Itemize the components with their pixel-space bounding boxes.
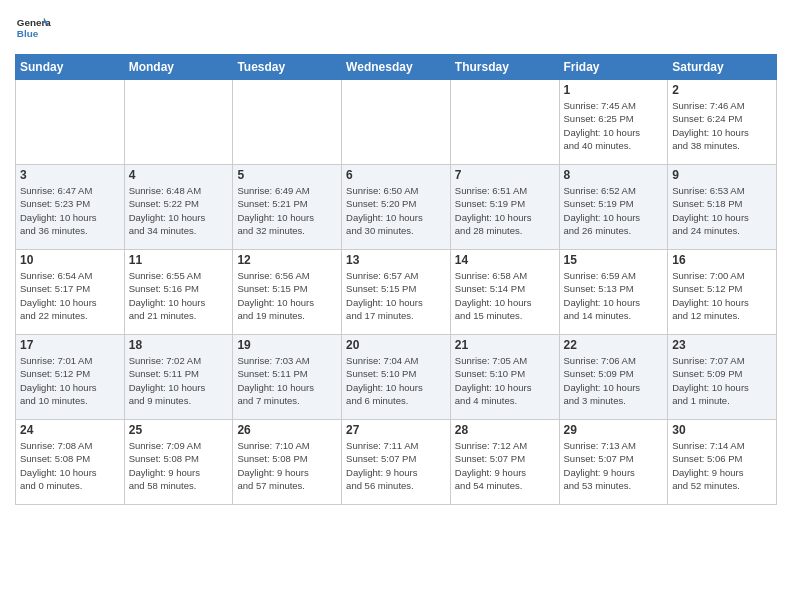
day-number: 11 (129, 253, 229, 267)
day-number: 4 (129, 168, 229, 182)
day-info: Sunrise: 7:04 AM Sunset: 5:10 PM Dayligh… (346, 354, 446, 407)
day-number: 24 (20, 423, 120, 437)
calendar-table: SundayMondayTuesdayWednesdayThursdayFrid… (15, 54, 777, 505)
calendar-cell: 5Sunrise: 6:49 AM Sunset: 5:21 PM Daylig… (233, 165, 342, 250)
logo-icon: General Blue (15, 10, 51, 46)
calendar-cell: 2Sunrise: 7:46 AM Sunset: 6:24 PM Daylig… (668, 80, 777, 165)
weekday-header-row: SundayMondayTuesdayWednesdayThursdayFrid… (16, 55, 777, 80)
day-info: Sunrise: 6:49 AM Sunset: 5:21 PM Dayligh… (237, 184, 337, 237)
day-info: Sunrise: 6:57 AM Sunset: 5:15 PM Dayligh… (346, 269, 446, 322)
day-number: 1 (564, 83, 664, 97)
calendar-cell: 21Sunrise: 7:05 AM Sunset: 5:10 PM Dayli… (450, 335, 559, 420)
day-info: Sunrise: 7:07 AM Sunset: 5:09 PM Dayligh… (672, 354, 772, 407)
calendar-week-row: 1Sunrise: 7:45 AM Sunset: 6:25 PM Daylig… (16, 80, 777, 165)
day-number: 28 (455, 423, 555, 437)
calendar-cell: 24Sunrise: 7:08 AM Sunset: 5:08 PM Dayli… (16, 420, 125, 505)
day-info: Sunrise: 7:05 AM Sunset: 5:10 PM Dayligh… (455, 354, 555, 407)
day-number: 14 (455, 253, 555, 267)
page-header: General Blue (15, 10, 777, 46)
day-number: 13 (346, 253, 446, 267)
calendar-cell: 16Sunrise: 7:00 AM Sunset: 5:12 PM Dayli… (668, 250, 777, 335)
logo: General Blue (15, 10, 51, 46)
calendar-cell: 12Sunrise: 6:56 AM Sunset: 5:15 PM Dayli… (233, 250, 342, 335)
day-number: 8 (564, 168, 664, 182)
calendar-cell: 23Sunrise: 7:07 AM Sunset: 5:09 PM Dayli… (668, 335, 777, 420)
day-number: 30 (672, 423, 772, 437)
day-info: Sunrise: 6:56 AM Sunset: 5:15 PM Dayligh… (237, 269, 337, 322)
calendar-cell: 27Sunrise: 7:11 AM Sunset: 5:07 PM Dayli… (342, 420, 451, 505)
calendar-cell: 7Sunrise: 6:51 AM Sunset: 5:19 PM Daylig… (450, 165, 559, 250)
calendar-cell: 14Sunrise: 6:58 AM Sunset: 5:14 PM Dayli… (450, 250, 559, 335)
day-info: Sunrise: 7:03 AM Sunset: 5:11 PM Dayligh… (237, 354, 337, 407)
day-number: 9 (672, 168, 772, 182)
day-number: 21 (455, 338, 555, 352)
calendar-cell: 26Sunrise: 7:10 AM Sunset: 5:08 PM Dayli… (233, 420, 342, 505)
day-number: 23 (672, 338, 772, 352)
calendar-week-row: 24Sunrise: 7:08 AM Sunset: 5:08 PM Dayli… (16, 420, 777, 505)
day-info: Sunrise: 7:11 AM Sunset: 5:07 PM Dayligh… (346, 439, 446, 492)
calendar-cell (342, 80, 451, 165)
calendar-cell: 4Sunrise: 6:48 AM Sunset: 5:22 PM Daylig… (124, 165, 233, 250)
calendar-cell: 1Sunrise: 7:45 AM Sunset: 6:25 PM Daylig… (559, 80, 668, 165)
day-number: 20 (346, 338, 446, 352)
calendar-week-row: 17Sunrise: 7:01 AM Sunset: 5:12 PM Dayli… (16, 335, 777, 420)
day-info: Sunrise: 7:14 AM Sunset: 5:06 PM Dayligh… (672, 439, 772, 492)
day-number: 25 (129, 423, 229, 437)
calendar-cell: 18Sunrise: 7:02 AM Sunset: 5:11 PM Dayli… (124, 335, 233, 420)
day-info: Sunrise: 6:55 AM Sunset: 5:16 PM Dayligh… (129, 269, 229, 322)
day-info: Sunrise: 7:09 AM Sunset: 5:08 PM Dayligh… (129, 439, 229, 492)
day-info: Sunrise: 7:00 AM Sunset: 5:12 PM Dayligh… (672, 269, 772, 322)
day-number: 10 (20, 253, 120, 267)
calendar-cell: 29Sunrise: 7:13 AM Sunset: 5:07 PM Dayli… (559, 420, 668, 505)
day-info: Sunrise: 7:46 AM Sunset: 6:24 PM Dayligh… (672, 99, 772, 152)
weekday-header: Saturday (668, 55, 777, 80)
calendar-cell: 9Sunrise: 6:53 AM Sunset: 5:18 PM Daylig… (668, 165, 777, 250)
calendar-cell: 3Sunrise: 6:47 AM Sunset: 5:23 PM Daylig… (16, 165, 125, 250)
day-number: 22 (564, 338, 664, 352)
day-number: 7 (455, 168, 555, 182)
calendar-week-row: 10Sunrise: 6:54 AM Sunset: 5:17 PM Dayli… (16, 250, 777, 335)
day-info: Sunrise: 6:59 AM Sunset: 5:13 PM Dayligh… (564, 269, 664, 322)
day-number: 17 (20, 338, 120, 352)
calendar-cell: 28Sunrise: 7:12 AM Sunset: 5:07 PM Dayli… (450, 420, 559, 505)
day-info: Sunrise: 6:47 AM Sunset: 5:23 PM Dayligh… (20, 184, 120, 237)
calendar-cell: 25Sunrise: 7:09 AM Sunset: 5:08 PM Dayli… (124, 420, 233, 505)
calendar-cell: 20Sunrise: 7:04 AM Sunset: 5:10 PM Dayli… (342, 335, 451, 420)
day-info: Sunrise: 6:50 AM Sunset: 5:20 PM Dayligh… (346, 184, 446, 237)
day-number: 27 (346, 423, 446, 437)
calendar-cell (233, 80, 342, 165)
calendar-week-row: 3Sunrise: 6:47 AM Sunset: 5:23 PM Daylig… (16, 165, 777, 250)
day-number: 29 (564, 423, 664, 437)
day-info: Sunrise: 7:08 AM Sunset: 5:08 PM Dayligh… (20, 439, 120, 492)
calendar-cell: 15Sunrise: 6:59 AM Sunset: 5:13 PM Dayli… (559, 250, 668, 335)
weekday-header: Sunday (16, 55, 125, 80)
calendar-cell: 22Sunrise: 7:06 AM Sunset: 5:09 PM Dayli… (559, 335, 668, 420)
day-info: Sunrise: 7:45 AM Sunset: 6:25 PM Dayligh… (564, 99, 664, 152)
calendar-cell: 13Sunrise: 6:57 AM Sunset: 5:15 PM Dayli… (342, 250, 451, 335)
day-number: 3 (20, 168, 120, 182)
weekday-header: Wednesday (342, 55, 451, 80)
day-number: 12 (237, 253, 337, 267)
weekday-header: Tuesday (233, 55, 342, 80)
day-number: 6 (346, 168, 446, 182)
calendar-cell: 30Sunrise: 7:14 AM Sunset: 5:06 PM Dayli… (668, 420, 777, 505)
weekday-header: Monday (124, 55, 233, 80)
day-info: Sunrise: 7:01 AM Sunset: 5:12 PM Dayligh… (20, 354, 120, 407)
weekday-header: Thursday (450, 55, 559, 80)
day-number: 15 (564, 253, 664, 267)
calendar-cell: 6Sunrise: 6:50 AM Sunset: 5:20 PM Daylig… (342, 165, 451, 250)
day-info: Sunrise: 6:48 AM Sunset: 5:22 PM Dayligh… (129, 184, 229, 237)
day-info: Sunrise: 6:52 AM Sunset: 5:19 PM Dayligh… (564, 184, 664, 237)
calendar-cell (124, 80, 233, 165)
day-info: Sunrise: 7:12 AM Sunset: 5:07 PM Dayligh… (455, 439, 555, 492)
day-info: Sunrise: 6:54 AM Sunset: 5:17 PM Dayligh… (20, 269, 120, 322)
day-info: Sunrise: 7:02 AM Sunset: 5:11 PM Dayligh… (129, 354, 229, 407)
day-number: 5 (237, 168, 337, 182)
calendar-cell: 19Sunrise: 7:03 AM Sunset: 5:11 PM Dayli… (233, 335, 342, 420)
day-number: 26 (237, 423, 337, 437)
day-info: Sunrise: 7:10 AM Sunset: 5:08 PM Dayligh… (237, 439, 337, 492)
day-number: 16 (672, 253, 772, 267)
day-info: Sunrise: 6:58 AM Sunset: 5:14 PM Dayligh… (455, 269, 555, 322)
calendar-cell: 11Sunrise: 6:55 AM Sunset: 5:16 PM Dayli… (124, 250, 233, 335)
day-number: 18 (129, 338, 229, 352)
